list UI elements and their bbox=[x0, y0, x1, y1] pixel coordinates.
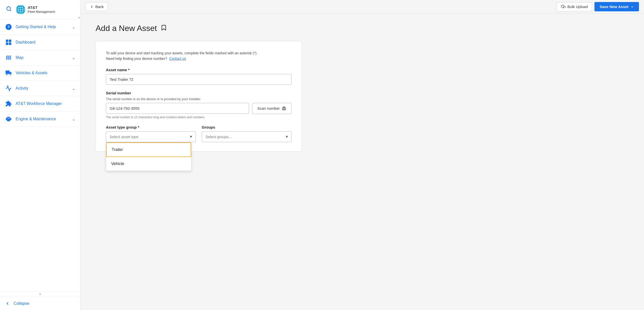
main-content: Back Bulk Upload Save New Asset Add a Ne… bbox=[80, 0, 644, 310]
sidebar-item-label: Dashboard bbox=[16, 40, 75, 45]
sidebar-scroll-down[interactable]: ▼ bbox=[39, 293, 42, 296]
topbar-right: Bulk Upload Save New Asset bbox=[557, 2, 639, 11]
sidebar-item-label: AT&T Workforce Manager bbox=[16, 101, 75, 106]
sidebar-scroll-up[interactable]: ▲ bbox=[78, 16, 80, 19]
svg-point-16 bbox=[10, 74, 11, 75]
svg-line-1 bbox=[10, 10, 11, 11]
asset-name-input[interactable] bbox=[106, 74, 292, 85]
logo-subtitle: Fleet Management bbox=[28, 10, 55, 14]
sidebar-item-getting-started[interactable]: ? Getting Started & Help ⌄ bbox=[0, 19, 80, 35]
scan-number-button[interactable]: Scan number bbox=[252, 103, 292, 114]
info-text-2: Need help finding your device number? bbox=[106, 57, 167, 61]
save-new-asset-button[interactable]: Save New Asset bbox=[594, 2, 639, 11]
bulk-upload-button[interactable]: Bulk Upload bbox=[557, 2, 592, 11]
info-text-1: To add your device and start tracking yo… bbox=[106, 51, 257, 55]
groups-label: Groups bbox=[202, 125, 292, 129]
camera-icon bbox=[282, 106, 286, 111]
svg-rect-23 bbox=[282, 107, 286, 110]
serial-number-input[interactable] bbox=[106, 103, 249, 114]
sidebar-item-label: Map bbox=[16, 55, 68, 60]
svg-rect-19 bbox=[7, 117, 10, 121]
svg-point-15 bbox=[6, 74, 7, 75]
asset-type-dropdown: Trailer Vehicle bbox=[106, 142, 191, 171]
att-logo-icon bbox=[16, 5, 26, 15]
dropdown-item-trailer[interactable]: Trailer bbox=[106, 142, 191, 157]
asset-name-section: Asset name * bbox=[106, 68, 292, 85]
asset-type-label: Asset type group * bbox=[106, 125, 196, 129]
upload-icon bbox=[561, 5, 566, 9]
svg-rect-9 bbox=[6, 40, 8, 42]
sidebar-item-label: Getting Started & Help bbox=[16, 25, 68, 29]
sidebar-item-map[interactable]: Map ⌄ bbox=[0, 50, 80, 65]
scan-button-label: Scan number bbox=[257, 106, 280, 110]
form-card: To add your device and start tracking yo… bbox=[96, 41, 302, 151]
svg-rect-18 bbox=[10, 118, 11, 120]
asset-type-select-wrapper: Select asset type Trailer Vehicle ▼ Trai… bbox=[106, 131, 196, 142]
serial-number-hint: The serial number is 12 characters long … bbox=[106, 115, 292, 119]
serial-number-section: Serial number The serial number is on th… bbox=[106, 91, 292, 119]
dropdown-item-vehicle[interactable]: Vehicle bbox=[106, 157, 191, 171]
sidebar-item-label: Vehicles & Assets bbox=[16, 71, 75, 75]
back-label: Back bbox=[95, 5, 104, 9]
dashboard-icon bbox=[5, 39, 12, 46]
svg-rect-11 bbox=[6, 43, 8, 45]
asset-type-section: Asset type group * Select asset type Tra… bbox=[106, 125, 196, 142]
asset-name-label: Asset name * bbox=[106, 68, 292, 72]
serial-number-sublabel: The serial number is on the device or is… bbox=[106, 97, 292, 101]
activity-icon bbox=[5, 85, 12, 92]
info-text: To add your device and start tracking yo… bbox=[106, 50, 292, 62]
svg-rect-20 bbox=[8, 118, 8, 119]
serial-number-label: Serial number bbox=[106, 91, 292, 95]
groups-select-wrapper: Select groups... ▼ bbox=[202, 131, 292, 142]
sidebar: ▲ AT&T Fleet Management bbox=[0, 0, 80, 310]
map-icon bbox=[5, 54, 12, 61]
chevron-down-icon: ⌄ bbox=[72, 86, 75, 91]
groups-select[interactable]: Select groups... bbox=[202, 131, 292, 142]
collapse-icon bbox=[5, 301, 10, 306]
question-circle-icon: ? bbox=[5, 23, 12, 30]
svg-point-24 bbox=[283, 108, 285, 109]
bulk-upload-label: Bulk Upload bbox=[568, 5, 588, 9]
chevron-down-icon: ⌄ bbox=[72, 25, 75, 29]
content-area: Add a New Asset To add your device and s… bbox=[80, 14, 644, 310]
bookmark-icon[interactable] bbox=[160, 24, 167, 32]
page-title-row: Add a New Asset bbox=[96, 24, 629, 33]
collapse-button[interactable]: Collapse bbox=[0, 297, 80, 310]
back-button[interactable]: Back bbox=[86, 2, 108, 11]
search-button[interactable] bbox=[5, 5, 13, 14]
save-new-asset-label: Save New Asset bbox=[599, 5, 628, 9]
collapse-label: Collapse bbox=[14, 301, 29, 306]
sidebar-item-vehicles-assets[interactable]: Vehicles & Assets bbox=[0, 65, 80, 81]
save-dropdown-icon bbox=[630, 5, 634, 9]
sidebar-item-activity[interactable]: Activity ⌄ bbox=[0, 81, 80, 96]
serial-row: Scan number bbox=[106, 103, 292, 114]
svg-rect-12 bbox=[9, 43, 11, 45]
chevron-down-icon: ⌄ bbox=[72, 55, 75, 60]
puzzle-icon bbox=[5, 100, 12, 107]
back-arrow-icon bbox=[90, 5, 94, 9]
dropdown-item-label: Trailer bbox=[112, 147, 123, 152]
groups-section: Groups Select groups... ▼ bbox=[202, 125, 292, 142]
contact-us-link[interactable]: Contact us bbox=[169, 57, 186, 61]
sidebar-item-engine-maintenance[interactable]: Engine & Maintenance ⌄ bbox=[0, 111, 80, 127]
svg-rect-17 bbox=[6, 118, 7, 120]
logo: AT&T Fleet Management bbox=[16, 5, 55, 15]
page-title: Add a New Asset bbox=[96, 24, 157, 33]
topbar: Back Bulk Upload Save New Asset bbox=[80, 0, 644, 14]
asset-type-select[interactable]: Select asset type Trailer Vehicle bbox=[106, 131, 196, 142]
truck-icon bbox=[5, 69, 12, 76]
logo-text: AT&T Fleet Management bbox=[28, 5, 55, 14]
sidebar-item-label: Activity bbox=[16, 86, 68, 91]
svg-rect-21 bbox=[9, 118, 9, 119]
sidebar-nav: ? Getting Started & Help ⌄ Dashboard Map… bbox=[0, 19, 80, 292]
svg-rect-10 bbox=[9, 40, 11, 42]
sidebar-item-dashboard[interactable]: Dashboard bbox=[0, 35, 80, 50]
sidebar-item-label: Engine & Maintenance bbox=[16, 117, 68, 121]
chevron-down-icon: ⌄ bbox=[72, 117, 75, 122]
engine-icon bbox=[5, 115, 12, 123]
svg-text:?: ? bbox=[8, 25, 10, 29]
sidebar-item-workforce-manager[interactable]: AT&T Workforce Manager bbox=[0, 96, 80, 111]
sidebar-header: AT&T Fleet Management bbox=[0, 0, 80, 19]
asset-type-groups-row: Asset type group * Select asset type Tra… bbox=[106, 125, 292, 142]
logo-title: AT&T bbox=[28, 5, 55, 10]
